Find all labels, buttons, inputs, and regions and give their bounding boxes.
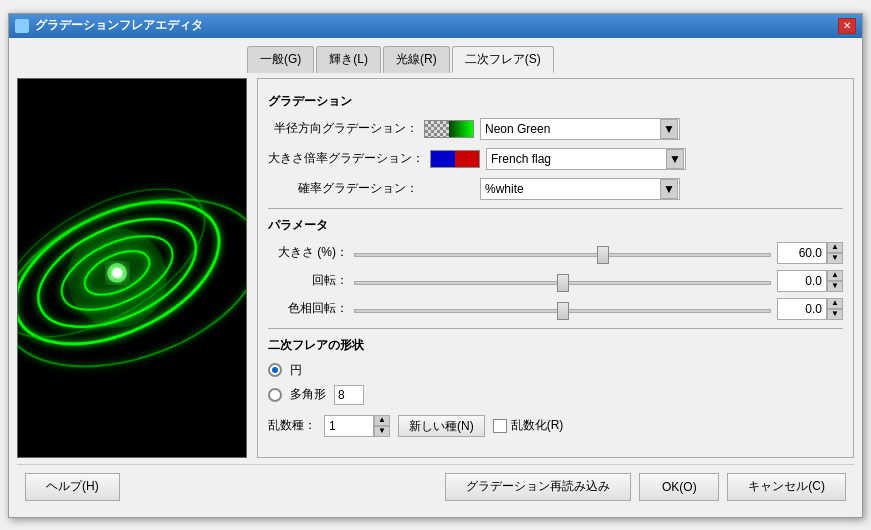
checker-preview [425,121,449,137]
right-panel: グラデーション 半径方向グラデーション： Neon Green ▼ [257,78,854,458]
neon-green-dropdown[interactable]: Neon Green [480,118,680,140]
polygon-sides-input[interactable] [334,385,364,405]
seed-spinner: ▲ ▼ [374,415,390,437]
seed-input-wrap: ▲ ▼ [324,415,390,437]
window-title: グラデーションフレアエディタ [35,17,203,34]
preview-canvas [18,79,246,457]
param-row-hue: 色相回転： ▲ ▼ [268,298,843,320]
blue-preview [431,151,455,167]
hue-slider-track [354,302,771,316]
new-seed-button[interactable]: 新しい種(N) [398,415,485,437]
param-section-title: パラメータ [268,217,843,234]
separator-2 [268,328,843,329]
radio-polygon[interactable] [268,388,282,402]
radio-circle[interactable] [268,363,282,377]
radio-circle-label: 円 [290,362,302,379]
radio-row-circle: 円 [268,362,843,379]
neon-preview [449,121,473,137]
size-value[interactable] [777,242,827,264]
tab-general[interactable]: 一般(G) [247,46,314,73]
size-spinner: ▲ ▼ [827,242,843,264]
rotation-spinner: ▲ ▼ [827,270,843,292]
title-bar: グラデーションフレアエディタ ✕ [9,14,862,38]
percent-white-dropdown[interactable]: %white [480,178,680,200]
randomize-wrap: 乱数化(R) [493,417,564,434]
radio-polygon-label: 多角形 [290,386,326,403]
rotation-spin-up[interactable]: ▲ [827,270,843,281]
window-body: 一般(G) 輝き(L) 光線(R) 二次フレア(S) [9,38,862,517]
hue-spin-down[interactable]: ▼ [827,309,843,320]
neon-green-dropdown-wrap: Neon Green ▼ [480,118,680,140]
main-window: グラデーションフレアエディタ ✕ 一般(G) 輝き(L) 光線(R) 二次フレア… [8,13,863,518]
svg-point-8 [112,268,122,278]
rotation-slider-track [354,274,771,288]
size-label: 大きさ (%)： [268,244,348,261]
bottom-bar: ヘルプ(H) グラデーション再読み込み OK(O) キャンセル(C) [17,464,854,509]
scale-label: 大きさ倍率グラデーション： [268,150,424,167]
title-buttons: ✕ [838,18,856,34]
tab-glow[interactable]: 輝き(L) [316,46,381,73]
hue-value-wrap: ▲ ▼ [777,298,843,320]
preview-area [17,78,247,458]
hue-slider[interactable] [354,309,771,313]
tab-rays[interactable]: 光線(R) [383,46,450,73]
size-value-wrap: ▲ ▼ [777,242,843,264]
red-preview [455,151,479,167]
french-flag-dropdown-wrap: French flag ▼ [486,148,686,170]
randomize-label: 乱数化(R) [511,417,564,434]
seed-spin-down[interactable]: ▼ [374,426,390,437]
randomize-checkbox[interactable] [493,419,507,433]
rotation-slider[interactable] [354,281,771,285]
rotation-value-wrap: ▲ ▼ [777,270,843,292]
size-slider[interactable] [354,253,771,257]
gradient-row-prob: 確率グラデーション： %white ▼ [268,178,843,200]
radio-row-polygon: 多角形 [268,385,843,405]
radio-polygon-inner-empty [273,393,277,397]
gradient-section-title: グラデーション [268,93,843,110]
param-row-size: 大きさ (%)： ▲ ▼ [268,242,843,264]
hue-spinner: ▲ ▼ [827,298,843,320]
hue-spin-up[interactable]: ▲ [827,298,843,309]
rotation-value[interactable] [777,270,827,292]
cancel-button[interactable]: キャンセル(C) [727,473,846,501]
prob-label: 確率グラデーション： [268,180,418,197]
main-content: グラデーション 半径方向グラデーション： Neon Green ▼ [17,78,854,458]
seed-spin-up[interactable]: ▲ [374,415,390,426]
radio-circle-inner [272,367,278,373]
size-slider-track [354,246,771,260]
gradient-row-radial: 半径方向グラデーション： Neon Green ▼ [268,118,843,140]
close-button[interactable]: ✕ [838,18,856,34]
title-bar-left: グラデーションフレアエディタ [15,17,203,34]
help-button[interactable]: ヘルプ(H) [25,473,120,501]
seed-input[interactable] [324,415,374,437]
seed-row: 乱数種： ▲ ▼ 新しい種(N) 乱数化(R) [268,415,843,437]
rotation-spin-down[interactable]: ▼ [827,281,843,292]
reload-button[interactable]: グラデーション再読み込み [445,473,631,501]
hue-label: 色相回転： [268,300,348,317]
size-spin-up[interactable]: ▲ [827,242,843,253]
shape-section-title: 二次フレアの形状 [268,337,843,354]
gradient-row-scale: 大きさ倍率グラデーション： French flag ▼ [268,148,843,170]
size-spin-down[interactable]: ▼ [827,253,843,264]
param-row-rotation: 回転： ▲ ▼ [268,270,843,292]
ok-button[interactable]: OK(O) [639,473,719,501]
seed-label: 乱数種： [268,417,316,434]
radial-label: 半径方向グラデーション： [268,120,418,137]
rotation-label: 回転： [268,272,348,289]
app-icon [15,19,29,33]
french-flag-dropdown[interactable]: French flag [486,148,686,170]
percent-white-dropdown-wrap: %white ▼ [480,178,680,200]
separator-1 [268,208,843,209]
bottom-center: グラデーション再読み込み OK(O) キャンセル(C) [445,473,846,501]
hue-value[interactable] [777,298,827,320]
tab-secondary-flare[interactable]: 二次フレア(S) [452,46,554,73]
